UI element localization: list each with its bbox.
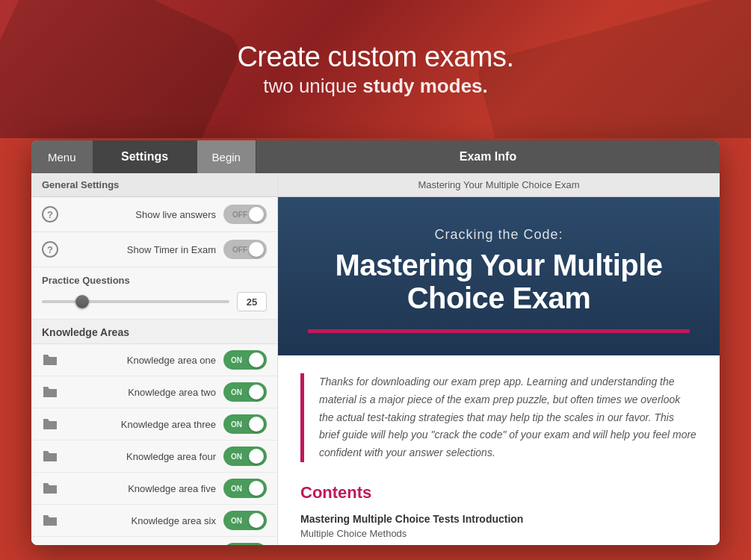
ka-toggle-text-4: ON: [231, 452, 242, 461]
ka-toggle-text-5: ON: [231, 485, 242, 493]
ka-name-6: Knowledge area six: [66, 515, 223, 526]
folder-icon-3: [42, 417, 58, 431]
book-cover: Cracking the Code: Mastering Your Multip…: [278, 197, 720, 355]
ka-row-1: Knowledge area one ON: [31, 344, 277, 376]
ka-knob-2: [249, 385, 264, 399]
ka-name-5: Knowledge area five: [66, 483, 223, 494]
sidebar: General Settings ? Show live answers OFF…: [31, 173, 278, 545]
knowledge-areas-header: Knowledge Areas: [31, 320, 277, 344]
ka-knob-6: [249, 513, 264, 528]
book-cover-title: Mastering Your Multiple Choice Exam: [308, 249, 690, 314]
toc-item-1-bold: Mastering Multiple Choice Tests Introduc…: [300, 513, 697, 525]
ka-toggle-2[interactable]: ON: [223, 382, 267, 402]
show-timer-toggle[interactable]: OFF: [223, 240, 267, 259]
knowledge-areas-label: Knowledge Areas: [42, 326, 129, 338]
right-pane: Mastering Your Multiple Choice Exam Crac…: [278, 173, 720, 545]
book-cover-subtitle: Cracking the Code:: [308, 227, 690, 243]
ka-toggle-5[interactable]: ON: [223, 479, 267, 498]
ka-toggle-4[interactable]: ON: [223, 447, 267, 466]
hero-title-text: Create custom exams.: [237, 41, 513, 72]
help-icon-timer[interactable]: ?: [42, 241, 58, 258]
ka-name-1: Knowledge area one: [66, 355, 223, 366]
practice-questions-section: Practice Questions 25: [31, 267, 277, 320]
exam-info-title: Mastering Your Multiple Choice Exam: [418, 179, 579, 190]
folder-icon-2: [42, 385, 58, 399]
exam-info-bar: Mastering Your Multiple Choice Exam: [278, 173, 720, 197]
ka-knob-3: [249, 417, 264, 432]
ka-name-4: Knowledge area four: [66, 451, 223, 462]
live-answers-knob: [249, 207, 264, 222]
slider-thumb[interactable]: [75, 295, 89, 308]
nav-bar: Menu Settings Begin Exam Info: [31, 140, 720, 173]
timer-toggle-text: OFF: [232, 246, 247, 254]
ka-knob-4: [249, 449, 264, 464]
ka-row-4: Knowledge area four ON: [31, 441, 277, 473]
ka-toggle-text-1: ON: [231, 356, 242, 364]
ka-toggle-7[interactable]: ON: [223, 543, 267, 545]
show-live-answers-toggle[interactable]: OFF: [223, 205, 267, 224]
timer-knob: [249, 242, 264, 257]
ka-row-3: Knowledge area three ON: [31, 408, 277, 441]
book-intro: Thanks for downloading our exam prep app…: [300, 373, 697, 462]
book-cover-accent-bar: [308, 329, 690, 333]
intro-text: Thanks for downloading our exam prep app…: [319, 373, 697, 462]
general-settings-header: General Settings: [31, 173, 277, 197]
ka-name-2: Knowledge area two: [66, 387, 223, 398]
ka-row-2: Knowledge area two ON: [31, 376, 277, 408]
ka-toggle-text-3: ON: [231, 420, 242, 429]
ka-name-3: Knowledge area three: [66, 419, 223, 430]
ka-toggle-text-6: ON: [231, 517, 242, 525]
show-timer-row: ? Show Timer in Exam OFF: [31, 232, 277, 267]
hero-subtitle-bold: study modes.: [362, 75, 488, 97]
ka-knob-1: [249, 352, 264, 367]
book-content: Thanks for downloading our exam prep app…: [278, 355, 720, 545]
slider-value: 25: [237, 292, 267, 311]
ka-row-7: Knowledge area seven ON: [31, 537, 277, 545]
slider-row: 25: [42, 292, 267, 311]
content-area: General Settings ? Show live answers OFF…: [31, 173, 720, 545]
slider-track[interactable]: [42, 300, 229, 303]
general-settings-label: General Settings: [42, 179, 119, 190]
help-icon-live-answers[interactable]: ?: [42, 206, 58, 223]
exam-info-tab[interactable]: Exam Info: [256, 140, 720, 173]
settings-button[interactable]: Settings: [93, 140, 197, 173]
ka-toggle-1[interactable]: ON: [223, 350, 267, 370]
contents-heading: Contents: [300, 483, 697, 503]
hero-title: Create custom exams.: [237, 40, 513, 75]
begin-button[interactable]: Begin: [197, 140, 256, 173]
ka-toggle-6[interactable]: ON: [223, 511, 267, 530]
ka-row-6: Knowledge area six ON: [31, 505, 277, 537]
hero-subtitle: two unique study modes.: [263, 75, 488, 98]
ka-toggle-3[interactable]: ON: [223, 414, 267, 434]
ka-row-5: Knowledge area five ON: [31, 473, 277, 505]
folder-icon-5: [42, 482, 58, 495]
app-container: Menu Settings Begin Exam Info General Se…: [31, 140, 720, 545]
folder-icon-6: [42, 514, 58, 527]
live-answers-toggle-text: OFF: [232, 211, 247, 219]
menu-button[interactable]: Menu: [31, 140, 93, 173]
folder-icon-4: [42, 449, 58, 463]
hero-subtitle-normal: two unique: [263, 75, 362, 97]
show-timer-label: Show Timer in Exam: [64, 244, 223, 255]
hero-section: Create custom exams. two unique study mo…: [0, 0, 751, 138]
practice-questions-label: Practice Questions: [42, 275, 267, 286]
toc-item-1: Multiple Choice Methods: [300, 528, 697, 539]
folder-icon-1: [42, 353, 58, 367]
ka-toggle-text-2: ON: [231, 388, 242, 396]
ka-knob-5: [249, 481, 264, 496]
show-live-answers-label: Show live answers: [64, 209, 223, 220]
show-live-answers-row: ? Show live answers OFF: [31, 197, 277, 232]
